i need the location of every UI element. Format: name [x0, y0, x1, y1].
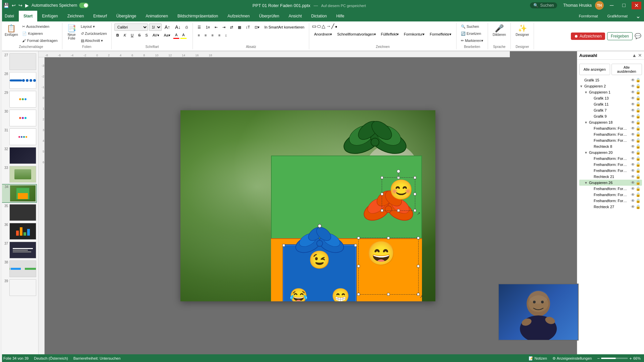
layer-item-gruppe26[interactable]: ▼ Gruppieren 26 👁 🔒: [579, 180, 642, 186]
visibility-btn-rechteck27[interactable]: 👁: [631, 204, 635, 209]
resize-cursor[interactable]: ↗: [420, 294, 423, 299]
zoom-out-btn[interactable]: −: [597, 356, 600, 361]
redo-quick-btn[interactable]: ↪: [18, 2, 23, 9]
layer-item-form14[interactable]: Freihandform: Form 14 👁 🔒: [579, 137, 642, 143]
tab-ueberpruefen[interactable]: Überprüfen: [254, 11, 284, 21]
highlight-btn[interactable]: A: [180, 32, 186, 39]
outline-btn[interactable]: Formkontur▾: [402, 31, 427, 38]
lock-btn-gruppe1[interactable]: 🔒: [636, 90, 641, 95]
lock-btn-rechteck21[interactable]: 🔒: [636, 174, 641, 179]
strikethrough-btn[interactable]: S: [136, 32, 143, 39]
bold-btn[interactable]: B: [114, 32, 121, 39]
freigeben-btn[interactable]: Freigeben: [607, 32, 633, 40]
sel-handle-tr2[interactable]: [417, 237, 420, 239]
italic-btn[interactable]: K: [122, 32, 128, 39]
lock-btn-form23[interactable]: 🔒: [636, 162, 641, 167]
case-btn[interactable]: Aa▾: [162, 32, 172, 39]
font-decrease-btn[interactable]: A↓: [173, 23, 182, 31]
lock-btn-grafik13[interactable]: 🔒: [636, 96, 641, 101]
layer-item-gruppe2[interactable]: ▼ Gruppieren 2 👁 🔒: [579, 83, 642, 89]
hide-all-btn[interactable]: Alle ausblenden: [611, 64, 642, 75]
slide-thumb-35[interactable]: 35: [1, 203, 37, 222]
layer-item-form22[interactable]: Freihandform: Form 22 👁 🔒: [579, 168, 642, 174]
resize-cursor2[interactable]: ↗: [417, 211, 420, 216]
auto-save-toggle[interactable]: [79, 3, 89, 8]
layer-item-form24[interactable]: Freihandform: Form 24 👁 🔒: [579, 156, 642, 162]
lock-btn-rechteck27[interactable]: 🔒: [636, 204, 641, 209]
align-right-btn[interactable]: ≡: [209, 32, 215, 39]
list-bullet-btn[interactable]: ☰: [196, 23, 203, 31]
sel-handle-bl2[interactable]: [357, 293, 360, 296]
lock-btn-form14[interactable]: 🔒: [636, 138, 641, 143]
close-btn[interactable]: ✕: [632, 2, 641, 9]
selection-box-small-smiley[interactable]: ↗: [382, 177, 415, 211]
handle-tl[interactable]: [282, 244, 285, 247]
layer-item-grafik15[interactable]: Grafik 15 👁 🔒: [579, 77, 642, 83]
lock-btn-grafik9[interactable]: 🔒: [636, 114, 641, 119]
quick-styles-btn[interactable]: Schnellformatvorlagen▾: [335, 31, 378, 38]
slide-thumb-37[interactable]: 37: [1, 241, 37, 259]
lock-btn-grafik7[interactable]: 🔒: [636, 108, 641, 113]
lock-btn-form29[interactable]: 🔒: [636, 192, 641, 197]
slide-thumb-38[interactable]: 38: [1, 260, 37, 278]
layer-item-form29[interactable]: Freihandform: Form 29 👁 🔒: [579, 192, 642, 198]
lock-btn-gruppe20[interactable]: 🔒: [636, 150, 641, 155]
maximize-btn[interactable]: □: [620, 2, 628, 9]
shape-arrow[interactable]: →: [326, 23, 331, 29]
s-handle-ml[interactable]: [381, 193, 383, 195]
arrange-btn[interactable]: Anordnen▾: [312, 31, 334, 38]
designer-btn[interactable]: ✨ Designer: [514, 23, 531, 38]
shape-oval[interactable]: ⬭: [317, 23, 321, 29]
expand-icon-gruppe18[interactable]: ▼: [584, 121, 588, 124]
save-quick-btn[interactable]: 💾: [3, 2, 10, 9]
list-num-btn[interactable]: 1≡: [204, 23, 212, 31]
tab-hilfe[interactable]: Hilfe: [331, 11, 349, 21]
slide-thumb-29[interactable]: 29: [1, 90, 37, 108]
visibility-btn-gruppe18[interactable]: 👁: [631, 120, 635, 125]
visibility-btn-form23[interactable]: 👁: [631, 162, 635, 167]
lock-btn-form16[interactable]: 🔒: [636, 132, 641, 137]
slide-thumb-30[interactable]: 30: [1, 109, 37, 127]
visibility-btn-form14[interactable]: 👁: [631, 138, 635, 143]
line-spacing-btn[interactable]: ↕: [223, 32, 229, 39]
search-bar[interactable]: 🔍 Suchen: [530, 2, 557, 8]
slide-thumb-39[interactable]: 39: [1, 279, 37, 297]
reset-btn[interactable]: ↺ Zurücksetzen: [79, 31, 109, 37]
sel-handle-ml2[interactable]: [357, 265, 360, 267]
undo-quick-btn[interactable]: ↩: [11, 2, 16, 9]
zoom-in-btn[interactable]: +: [629, 356, 632, 361]
tab-dictation[interactable]: Dictation: [307, 11, 332, 21]
lock-btn-gruppe18[interactable]: 🔒: [636, 120, 641, 125]
shape-line[interactable]: ╱: [331, 23, 334, 29]
expand-icon-gruppe2[interactable]: ▼: [579, 84, 583, 88]
visibility-btn-grafik15[interactable]: 👁: [631, 78, 635, 82]
visibility-btn-gruppe20[interactable]: 👁: [631, 150, 635, 155]
lock-btn-gruppe2[interactable]: 🔒: [636, 84, 641, 88]
font-name-select[interactable]: Calibri: [114, 23, 148, 31]
col-btn[interactable]: ▦: [236, 23, 243, 31]
sel-handle-br2[interactable]: [417, 293, 420, 296]
visibility-btn-form28[interactable]: 👁: [631, 198, 635, 203]
s-handle-mr[interactable]: [414, 193, 416, 195]
format-copy-btn[interactable]: 🖌 Format übertragen: [20, 38, 59, 44]
comments-btn[interactable]: 💬: [635, 33, 641, 39]
layer-item-gruppe1[interactable]: ▼ Gruppieren 1 👁 🔒: [579, 89, 642, 95]
sel-handle-bc2[interactable]: [387, 293, 390, 296]
visibility-btn-form17[interactable]: 👁: [631, 126, 635, 131]
shape-rect[interactable]: ▭: [312, 23, 316, 29]
tab-ansicht[interactable]: Ansicht: [284, 11, 306, 21]
tab-uebergaenge[interactable]: Übergänge: [112, 11, 141, 21]
zoom-slider[interactable]: [601, 358, 628, 359]
text-dir-btn[interactable]: ↕T: [244, 23, 252, 31]
layer-item-rechteck27[interactable]: Rechteck 27 👁 🔒: [579, 204, 642, 210]
visibility-btn-grafik11[interactable]: 👁: [631, 102, 635, 107]
indent-dec-btn[interactable]: ⇤: [213, 23, 220, 31]
visibility-btn-form30[interactable]: 👁: [631, 186, 635, 191]
present-quick-btn[interactable]: ▶: [24, 2, 30, 9]
rotate-handle[interactable]: [397, 170, 400, 173]
layout-btn[interactable]: Layout ▾: [79, 23, 109, 30]
user-avatar[interactable]: TH: [595, 1, 604, 10]
sel-handle-tc2[interactable]: [387, 237, 390, 239]
shape-more[interactable]: ⬥: [335, 23, 337, 29]
layer-item-grafik7[interactable]: Grafik 7 👁 🔒: [579, 107, 642, 113]
